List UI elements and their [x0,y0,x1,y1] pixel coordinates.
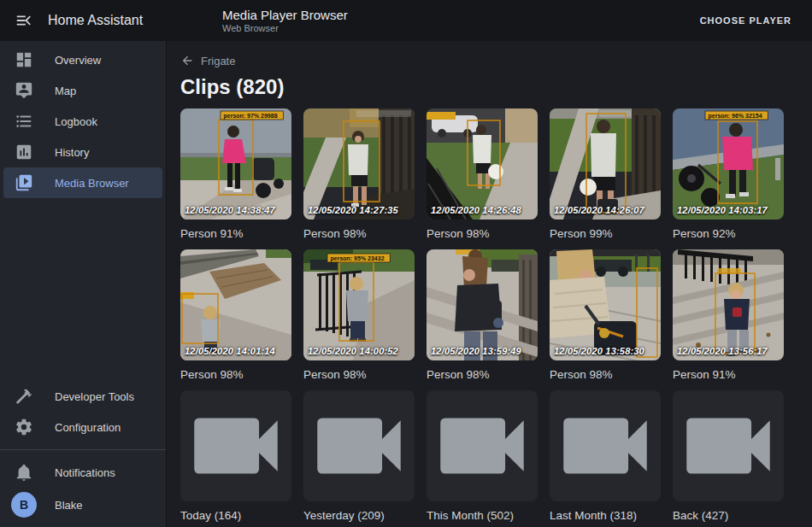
clip-thumbnail: 12/05/2020 14:26:07 [550,108,661,220]
avatar: B [11,492,37,518]
clip-tile[interactable]: person: 95% 2343212/05/2020 14:00:52Pers… [303,249,415,382]
clip-caption: Person 98% [303,368,415,382]
header-left: Home Assistant [0,10,167,31]
developer-tools-icon [14,386,34,407]
page-header-subtitle: Web Browser [222,23,348,34]
clip-thumbnail: person: 96% 3215412/05/2020 14:03:17 [673,108,784,220]
folder-thumbnail [673,390,784,501]
folder-thumbnail [303,390,415,501]
media-browser-icon [14,173,34,193]
main-content: Frigate Clips (820) person: 97% 2998812/… [167,41,812,527]
clip-tile[interactable]: 12/05/2020 14:27:35Person 98% [303,108,415,241]
page-title: Clips (820) [180,75,798,99]
clip-thumbnail: 12/05/2020 13:59:49 [427,249,538,360]
sidebar-item-label: Logbook [55,115,97,128]
choose-player-button[interactable]: CHOOSE PLAYER [695,15,797,26]
video-icon [180,390,291,501]
clip-timestamp: 12/05/2020 14:01:14 [185,346,275,356]
clip-tile[interactable]: 12/05/2020 13:58:30Person 98% [550,249,661,382]
clip-tile[interactable]: person: 97% 2998812/05/2020 14:38:47Pers… [180,108,291,241]
notifications-label: Notifications [55,466,115,479]
clip-timestamp: 12/05/2020 14:27:35 [308,205,398,215]
dashboard-icon [14,50,34,70]
page-header-title: Media Player Browser [222,8,348,22]
video-icon [550,390,661,501]
sidebar-item-developer-tools[interactable]: Developer Tools [0,381,166,412]
sidebar-item-notifications[interactable]: Notifications [0,457,166,488]
back-arrow-icon [180,54,194,67]
clip-caption: Person 91% [673,368,784,382]
clip-timestamp: 12/05/2020 14:38:47 [185,205,275,215]
sidebar-item-label: Developer Tools [55,390,134,403]
clip-timestamp: 12/05/2020 13:58:30 [554,346,644,356]
app-header: Home Assistant Media Player Browser Web … [0,0,812,41]
configuration-icon [14,417,34,437]
folder-tile-back[interactable]: Back (427) [673,390,784,523]
clip-caption: Person 91% [180,227,291,241]
folder-label: Today (164) [180,509,291,523]
clip-timestamp: 12/05/2020 14:03:17 [677,205,768,215]
breadcrumb-back[interactable]: Frigate [167,41,249,67]
breadcrumb-label: Frigate [201,55,235,67]
sidebar-item-label: Media Browser [55,177,129,190]
clip-tile[interactable]: 12/05/2020 14:01:14Person 98% [180,249,291,382]
clip-tile[interactable]: 12/05/2020 14:26:48Person 98% [427,108,538,241]
clip-thumbnail: person: 97% 2998812/05/2020 14:38:47 [180,108,291,220]
clip-timestamp: 12/05/2020 14:00:52 [308,346,398,356]
folder-tile-yesterday[interactable]: Yesterday (209) [303,390,415,523]
sidebar-item-media-browser[interactable]: Media Browser [3,167,162,198]
clip-tile[interactable]: 12/05/2020 14:26:07Person 99% [550,108,661,241]
app-name: Home Assistant [48,13,143,28]
logbook-icon [14,111,34,132]
clip-caption: Person 98% [550,368,661,382]
sidebar-item-configuration[interactable]: Configuration [0,412,166,442]
sidebar-divider [0,449,166,450]
clip-caption: Person 98% [180,368,291,382]
sidebar-footer-nav: Developer ToolsConfiguration [0,381,166,442]
video-icon [303,390,415,501]
sidebar-toggle-button[interactable] [14,10,34,31]
clip-thumbnail: 12/05/2020 14:26:48 [427,108,538,220]
svg-text:person: 95% 23432: person: 95% 23432 [331,255,385,262]
clip-tile[interactable]: person: 96% 3215412/05/2020 14:03:17Pers… [673,108,784,241]
user-name: Blake [55,499,83,512]
clip-thumbnail: 12/05/2020 13:56:17 [673,249,784,360]
sidebar-item-label: Map [55,85,76,97]
clip-caption: Person 99% [550,227,661,241]
clip-thumbnail: 12/05/2020 14:01:14 [180,249,291,360]
sidebar-item-history[interactable]: History [0,137,166,167]
folder-label: Yesterday (209) [303,509,415,523]
sidebar-item-map[interactable]: Map [0,75,166,106]
folder-thumbnail [427,390,538,501]
video-icon [673,390,784,501]
clip-tile[interactable]: 12/05/2020 13:59:49Person 98% [427,249,538,382]
clip-thumbnail: person: 95% 2343212/05/2020 14:00:52 [303,249,415,360]
clip-tile[interactable]: 12/05/2020 13:56:17Person 91% [673,249,784,382]
sidebar-item-label: Overview [55,54,101,67]
folder-label: Last Month (318) [550,509,661,523]
media-grid: person: 97% 2998812/05/2020 14:38:47Pers… [167,108,812,527]
sidebar-item-label: History [55,146,89,159]
clip-thumbnail: 12/05/2020 14:27:35 [303,108,415,220]
sidebar-item-logbook[interactable]: Logbook [0,106,166,137]
folder-tile-today[interactable]: Today (164) [180,390,291,523]
clip-caption: Person 98% [427,368,538,382]
folder-label: This Month (502) [427,509,538,523]
sidebar-item-overview[interactable]: Overview [0,44,166,75]
clip-thumbnail: 12/05/2020 13:58:30 [550,249,661,360]
clip-timestamp: 12/05/2020 13:59:49 [431,346,521,356]
folder-tile-this-month[interactable]: This Month (502) [427,390,538,523]
history-icon [14,142,34,162]
clip-caption: Person 98% [303,227,415,241]
folder-thumbnail [180,390,291,501]
sidebar-item-label: Configuration [55,421,121,434]
sidebar-spacer [0,198,166,381]
video-icon [427,390,538,501]
map-icon [14,80,34,101]
folder-tile-last-month[interactable]: Last Month (318) [550,390,661,523]
sidebar: OverviewMapLogbookHistoryMedia Browser D… [0,41,167,527]
svg-text:person: 97% 29988: person: 97% 29988 [224,113,278,120]
sidebar-nav: OverviewMapLogbookHistoryMedia Browser [0,44,166,198]
sidebar-user[interactable]: B Blake [0,488,166,522]
clip-timestamp: 12/05/2020 13:56:17 [677,346,768,356]
